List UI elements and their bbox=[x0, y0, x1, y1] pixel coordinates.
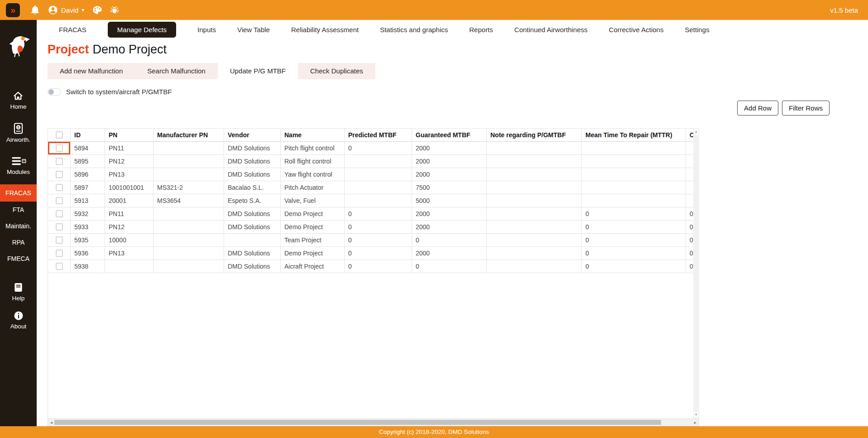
row-select-cell[interactable] bbox=[48, 207, 71, 221]
table-cell[interactable]: 0 bbox=[686, 260, 693, 273]
table-cell[interactable]: 2000 bbox=[412, 168, 487, 181]
table-cell[interactable]: DMD Solutions bbox=[224, 247, 281, 260]
nav-item-reliability-assessment[interactable]: Reliability Assessment bbox=[291, 26, 359, 34]
table-cell[interactable]: 5894 bbox=[71, 142, 105, 155]
tab-search-malfunction[interactable]: Search Malfunction bbox=[135, 63, 217, 79]
table-cell[interactable] bbox=[224, 234, 281, 247]
table-cell[interactable]: 0 bbox=[582, 260, 686, 273]
sidebar-item-fracas[interactable]: FRACAS bbox=[0, 184, 37, 202]
tab-update-p-g-mtbf[interactable]: Update P/G MTBF bbox=[218, 63, 298, 79]
sidebar-item-fmeca[interactable]: FMECA bbox=[0, 250, 37, 267]
table-cell[interactable] bbox=[582, 194, 686, 207]
table-cell[interactable]: 0 bbox=[345, 142, 412, 155]
table-cell[interactable]: 0 bbox=[345, 221, 412, 234]
bug-report-button[interactable] bbox=[110, 5, 120, 15]
table-cell[interactable]: 20001 bbox=[105, 194, 153, 207]
table-cell[interactable]: 5936 bbox=[71, 247, 105, 260]
scroll-up-icon[interactable]: ▲ bbox=[695, 130, 698, 134]
table-cell[interactable]: 5932 bbox=[71, 207, 105, 221]
sidebar-item-about[interactable]: About bbox=[10, 311, 26, 330]
table-cell[interactable]: DMD Solutions bbox=[224, 155, 281, 168]
column-header-vendor[interactable]: Vendor bbox=[224, 129, 281, 142]
table-cell[interactable]: PN13 bbox=[105, 168, 153, 181]
table-cell[interactable]: 5935 bbox=[71, 234, 105, 247]
table-cell[interactable] bbox=[345, 194, 412, 207]
table-cell[interactable]: 10000 bbox=[105, 234, 153, 247]
table-cell[interactable] bbox=[487, 260, 582, 273]
table-cell[interactable] bbox=[345, 181, 412, 194]
table-cell[interactable] bbox=[582, 142, 686, 155]
table-cell[interactable] bbox=[153, 234, 224, 247]
table-cell[interactable]: 0 bbox=[582, 207, 686, 221]
table-cell[interactable]: 2000 bbox=[412, 155, 487, 168]
row-select-cell[interactable] bbox=[48, 142, 71, 155]
table-cell[interactable] bbox=[487, 194, 582, 207]
nav-item-settings[interactable]: Settings bbox=[685, 26, 709, 34]
table-cell[interactable]: 0 bbox=[412, 234, 487, 247]
theme-button[interactable] bbox=[92, 5, 103, 15]
filter-rows-button[interactable]: Filter Rows bbox=[782, 101, 830, 116]
table-cell[interactable]: 0 bbox=[686, 221, 693, 234]
table-cell[interactable] bbox=[582, 181, 686, 194]
tab-check-duplicates[interactable]: Check Duplicates bbox=[298, 63, 375, 79]
nav-item-manage-defects[interactable]: Manage Defects bbox=[108, 22, 176, 38]
table-cell[interactable]: 2000 bbox=[412, 247, 487, 260]
table-cell[interactable] bbox=[487, 234, 582, 247]
table-cell[interactable]: 5938 bbox=[71, 260, 105, 273]
table-cell[interactable]: DMD Solutions bbox=[224, 207, 281, 221]
row-select-cell[interactable] bbox=[48, 155, 71, 168]
nav-item-reports[interactable]: Reports bbox=[469, 26, 493, 34]
row-select-cell[interactable] bbox=[48, 221, 71, 234]
table-cell[interactable]: 5913 bbox=[71, 194, 105, 207]
table-cell[interactable]: 5933 bbox=[71, 221, 105, 234]
column-header-predicted-mtbf[interactable]: Predicted MTBF bbox=[345, 129, 412, 142]
column-header-co[interactable]: Co bbox=[686, 129, 693, 142]
select-all-header-cell[interactable] bbox=[48, 129, 71, 142]
table-cell[interactable]: Roll flight control bbox=[281, 155, 345, 168]
table-cell[interactable] bbox=[686, 142, 693, 155]
table-cell[interactable]: PN12 bbox=[105, 155, 153, 168]
select-all-checkbox[interactable] bbox=[56, 131, 63, 139]
table-cell[interactable]: Valve, Fuel bbox=[281, 194, 345, 207]
table-cell[interactable]: DMD Solutions bbox=[224, 142, 281, 155]
table-cell[interactable] bbox=[487, 142, 582, 155]
table-cell[interactable]: Bacalao S.L. bbox=[224, 181, 281, 194]
table-cell[interactable]: 5000 bbox=[412, 194, 487, 207]
table-cell[interactable]: PN11 bbox=[105, 142, 153, 155]
column-header-pn[interactable]: PN bbox=[105, 129, 153, 142]
sidebar-item-maintain[interactable]: Maintain. bbox=[0, 218, 37, 234]
row-select-cell[interactable] bbox=[48, 168, 71, 181]
vertical-scroll-thumb[interactable] bbox=[694, 135, 698, 412]
column-header-mean-time-to-repair-mttr[interactable]: Mean Time To Repair (MTTR) bbox=[582, 129, 686, 142]
table-cell[interactable]: PN11 bbox=[105, 207, 153, 221]
table-cell[interactable]: 0 bbox=[582, 247, 686, 260]
row-checkbox[interactable] bbox=[56, 197, 63, 204]
add-row-button[interactable]: Add Row bbox=[737, 101, 778, 116]
table-cell[interactable] bbox=[686, 168, 693, 181]
table-cell[interactable]: 0 bbox=[345, 260, 412, 273]
nav-item-continued-airworthiness[interactable]: Continued Airworthiness bbox=[514, 26, 588, 34]
scroll-down-icon[interactable]: ▼ bbox=[695, 413, 698, 417]
table-cell[interactable] bbox=[153, 142, 224, 155]
table-cell[interactable]: Aicraft Project bbox=[281, 260, 345, 273]
table-cell[interactable] bbox=[487, 181, 582, 194]
table-cell[interactable] bbox=[105, 260, 153, 273]
table-cell[interactable]: Yaw flight control bbox=[281, 168, 345, 181]
table-cell[interactable]: 0 bbox=[345, 207, 412, 221]
table-cell[interactable] bbox=[153, 155, 224, 168]
sidebar-item-airworthiness[interactable]: Airworth. bbox=[6, 123, 30, 143]
nav-item-inputs[interactable]: Inputs bbox=[197, 26, 216, 34]
row-select-cell[interactable] bbox=[48, 194, 71, 207]
vertical-scrollbar[interactable]: ▲ ▼ bbox=[693, 128, 699, 419]
row-checkbox[interactable] bbox=[56, 223, 63, 231]
sidebar-item-home[interactable]: Home bbox=[10, 91, 26, 110]
row-select-cell[interactable] bbox=[48, 260, 71, 273]
table-cell[interactable] bbox=[153, 168, 224, 181]
table-cell[interactable] bbox=[487, 221, 582, 234]
tab-add-new-malfunction[interactable]: Add new Malfunction bbox=[48, 63, 135, 79]
table-cell[interactable] bbox=[345, 155, 412, 168]
table-cell[interactable]: PN13 bbox=[105, 247, 153, 260]
table-cell[interactable]: 5897 bbox=[71, 181, 105, 194]
column-header-name[interactable]: Name bbox=[281, 129, 345, 142]
horizontal-scrollbar[interactable]: ◄ ► bbox=[48, 419, 699, 426]
